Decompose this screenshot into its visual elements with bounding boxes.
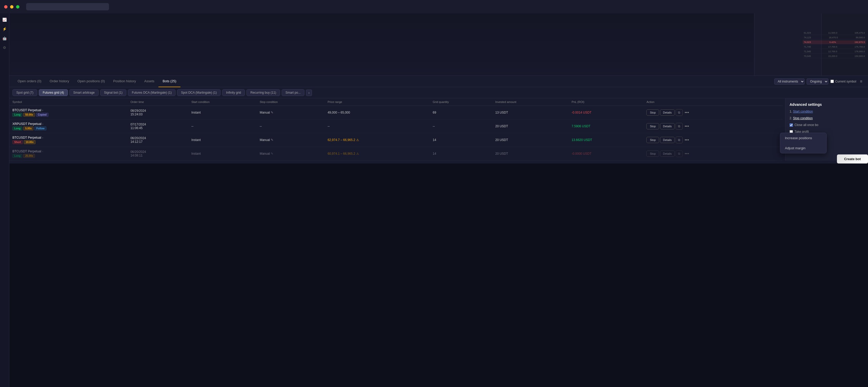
- chart-main: [9, 13, 754, 75]
- symbol-name[interactable]: BTCUSDT Perpetual ›: [12, 150, 124, 153]
- context-menu: Increase positions Adjust margin: [780, 133, 827, 153]
- cell-invested-amount: 20 USDT: [492, 133, 568, 147]
- list-view-button[interactable]: ≡: [859, 78, 864, 84]
- cell-action: Stop Details ⧉ •••: [643, 106, 782, 120]
- traffic-light-yellow[interactable]: [10, 5, 13, 8]
- cell-stop-condition: Manual ✎: [256, 133, 324, 147]
- copy-button[interactable]: ⧉: [676, 109, 683, 116]
- table-row: BTCUSDT Perpetual › Long25.00x 06/20/202…: [9, 147, 782, 161]
- stop-button[interactable]: Stop: [646, 137, 659, 143]
- more-button[interactable]: •••: [684, 137, 690, 143]
- cell-start-condition: Instant: [188, 106, 256, 120]
- cell-grid-quantity: 14: [430, 133, 492, 147]
- details-button[interactable]: Details: [660, 137, 675, 143]
- sub-tab-smart-portfolio[interactable]: Smart po...: [282, 89, 305, 96]
- stop-button[interactable]: Stop: [646, 123, 659, 129]
- close-all-checkbox[interactable]: [789, 123, 793, 127]
- symbol-name[interactable]: BTCUSDT Perpetual ›: [12, 136, 124, 139]
- sub-tab-spot-dca[interactable]: Spot DCA (Martingale) (1): [177, 89, 221, 96]
- tab-bots[interactable]: Bots (25): [158, 76, 180, 87]
- col-invested-amount: Invested amount: [492, 98, 568, 106]
- traffic-light-green[interactable]: [16, 5, 20, 8]
- start-condition-link[interactable]: Start condition: [793, 110, 813, 113]
- sub-tab-signal-bot[interactable]: Signal bot (1): [100, 89, 126, 96]
- symbol-name[interactable]: XRPUSDT Perpetual ›: [12, 122, 124, 126]
- adv-section-stop: 2. Stop condition: [789, 117, 864, 120]
- url-bar[interactable]: [26, 3, 109, 10]
- cell-pnl: 7.5906 USDT: [568, 120, 643, 133]
- symbol-name[interactable]: BTCUSDT Perpetual ›: [12, 108, 124, 112]
- sidebar-icon-chart[interactable]: 📈: [2, 17, 8, 23]
- tab-controls: All instruments Ongoing Current symbol ≡: [774, 78, 864, 85]
- bots-table-container: Symbol Order time Start condition Stop c…: [9, 98, 868, 161]
- tab-open-positions[interactable]: Open positions (0): [73, 76, 109, 87]
- col-start-condition: Start condition: [188, 98, 256, 106]
- details-button[interactable]: Details: [660, 151, 675, 157]
- cell-start-condition: Instant: [188, 133, 256, 147]
- cell-pnl: 13.6620 USDT: [568, 133, 643, 147]
- cell-symbol: BTCUSDT Perpetual › Short10.00x: [9, 133, 127, 147]
- copy-button[interactable]: ⧉: [676, 123, 683, 130]
- cell-invested-amount: 20 USDT: [492, 120, 568, 133]
- sub-tab-spot-grid[interactable]: Spot grid (7): [12, 89, 37, 96]
- cell-order-time: 06/20/202414:12:17: [127, 133, 188, 147]
- bottom-panel: Open orders (0) Order history Open posit…: [9, 75, 868, 163]
- tab-assets[interactable]: Assets: [140, 76, 158, 87]
- col-symbol: Symbol: [9, 98, 127, 106]
- order-book-row: 61,02311,500.0105,475.0: [803, 31, 866, 35]
- sub-tab-recurring-buy[interactable]: Recurring buy (11): [246, 89, 280, 96]
- bots-table: Symbol Order time Start condition Stop c…: [9, 98, 782, 161]
- traffic-light-red[interactable]: [4, 5, 7, 8]
- order-book-row-highlight: 74,0236.42%192,870.5: [803, 40, 866, 44]
- order-book-row: 70,04515,200.0150,900.0: [803, 54, 866, 58]
- table-row: BTCUSDT Perpetual › Long50.00xCopied 08/…: [9, 106, 782, 120]
- col-price-range: Price range: [324, 98, 430, 106]
- sub-tab-arrow[interactable]: ›: [306, 90, 312, 96]
- create-bot-button[interactable]: Create bot: [837, 155, 868, 163]
- cell-stop-condition: Manual ✎: [256, 106, 324, 120]
- sub-tab-smart-arbitrage[interactable]: Smart arbitrage: [69, 89, 99, 96]
- titlebar: [0, 0, 868, 13]
- cell-order-time: 07/17/202411:06:45: [127, 120, 188, 133]
- more-button[interactable]: •••: [684, 151, 690, 157]
- tab-order-history[interactable]: Order history: [45, 76, 73, 87]
- current-symbol-checkbox[interactable]: [831, 80, 834, 83]
- cell-grid-quantity: 69: [430, 106, 492, 120]
- sidebar-icon-trade[interactable]: ⚡: [2, 26, 8, 32]
- current-symbol-label[interactable]: Current symbol: [831, 80, 856, 83]
- stop-condition-link[interactable]: Stop condition: [793, 117, 813, 120]
- all-instruments-select[interactable]: All instruments: [774, 78, 805, 85]
- context-adjust-margin[interactable]: Adjust margin: [780, 143, 826, 153]
- more-button[interactable]: •••: [684, 110, 690, 116]
- stop-button[interactable]: Stop: [646, 109, 659, 116]
- details-button[interactable]: Details: [660, 109, 675, 116]
- cell-price-range: 62,974.7 – 66,965.2 ⚠: [324, 133, 430, 147]
- ongoing-select[interactable]: Ongoing: [807, 78, 828, 85]
- cell-stop-condition: Manual ✎: [256, 147, 324, 161]
- close-all-label: Close all once bo: [795, 123, 818, 127]
- sidebar-icon-settings[interactable]: ⚙: [2, 44, 8, 51]
- cell-action: Stop Details ⧉ •••: [643, 120, 782, 133]
- sidebar-icon-bot[interactable]: 🤖: [2, 35, 8, 41]
- col-pnl-roi: PnL (ROI): [568, 98, 643, 106]
- cell-price-range: 60,974.1 – 66,965.2 ⚠: [324, 147, 430, 161]
- order-book-row: 71,74517,700.5175,700.0: [803, 45, 866, 49]
- sub-tab-futures-grid[interactable]: Futures grid (4): [39, 89, 68, 96]
- tab-position-history[interactable]: Position history: [109, 76, 140, 87]
- copy-button[interactable]: ⧉: [676, 137, 683, 143]
- sub-tab-futures-dca[interactable]: Futures DCA (Martingale) (1): [128, 89, 176, 96]
- cell-price-range: --: [324, 120, 430, 133]
- stop-button[interactable]: Stop: [646, 151, 659, 157]
- cell-symbol: BTCUSDT Perpetual › Long25.00x: [9, 147, 127, 161]
- tab-open-orders[interactable]: Open orders (0): [13, 76, 45, 87]
- more-button[interactable]: •••: [684, 123, 690, 129]
- order-book-row: 74,12318,470.589,500.0: [803, 36, 866, 40]
- details-button[interactable]: Details: [660, 123, 675, 129]
- sub-tab-infinity-grid[interactable]: Infinity grid: [222, 89, 245, 96]
- col-action: Action: [643, 98, 782, 106]
- cell-pnl: -0.0000 USDT: [568, 147, 643, 161]
- table-row: XRPUSDT Perpetual › Long5.00xFollow 07/1…: [9, 120, 782, 133]
- context-increase-positions[interactable]: Increase positions: [780, 133, 826, 143]
- col-order-time: Order time: [127, 98, 188, 106]
- copy-button[interactable]: ⧉: [676, 150, 683, 157]
